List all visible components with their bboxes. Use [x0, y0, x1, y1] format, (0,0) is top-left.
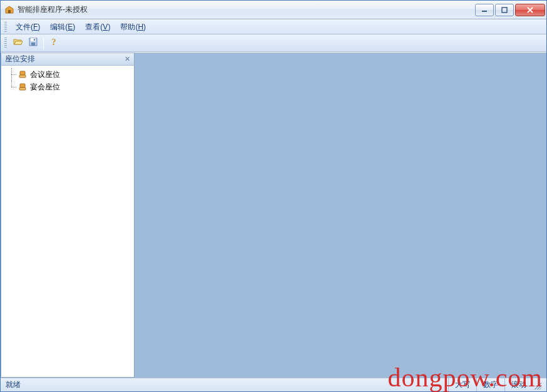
svg-rect-5 — [31, 43, 35, 46]
toolbar: ? — [1, 34, 546, 52]
seat-icon — [18, 69, 28, 79]
titlebar[interactable]: 智能排座程序-未授权 — [1, 1, 546, 19]
toolbar-grip[interactable] — [4, 38, 7, 49]
menu-view[interactable]: 查看(V) — [80, 20, 115, 34]
toolbar-separator — [43, 37, 44, 49]
help-icon: ? — [49, 37, 59, 49]
tree-connector — [6, 81, 18, 93]
application-window: 智能排座程序-未授权 文件(F) 编辑(E) 查看(V) 帮助(H) — [0, 0, 547, 392]
svg-rect-1 — [482, 11, 487, 12]
status-num: 数字 — [476, 378, 504, 391]
menubar-grip[interactable] — [4, 22, 7, 32]
panel-close-button[interactable]: ✕ — [123, 55, 131, 64]
svg-rect-11 — [19, 88, 26, 90]
folder-open-icon — [13, 37, 23, 49]
close-icon: ✕ — [125, 55, 130, 63]
seat-icon — [18, 82, 28, 92]
status-scroll: 滚动 — [504, 378, 533, 391]
tree-item-label: 宴会座位 — [30, 82, 60, 93]
status-caps: 大写 — [448, 378, 476, 391]
close-button[interactable] — [515, 4, 545, 16]
save-button[interactable] — [26, 36, 41, 50]
panel-header[interactable]: 座位安排 ✕ — [1, 53, 134, 66]
statusbar: 就绪 大写 数字 滚动 — [1, 378, 546, 391]
svg-rect-0 — [8, 10, 11, 13]
menu-edit[interactable]: 编辑(E) — [45, 20, 80, 34]
svg-rect-8 — [20, 71, 25, 75]
app-icon — [4, 5, 14, 15]
window-controls — [474, 4, 545, 16]
resize-grip[interactable] — [533, 381, 541, 389]
svg-rect-10 — [20, 84, 25, 88]
tree-item[interactable]: 会议座位 — [3, 68, 133, 81]
client-area: 座位安排 ✕ 会议座位 — [1, 52, 546, 378]
menubar: 文件(F) 编辑(E) 查看(V) 帮助(H) — [1, 19, 546, 34]
svg-rect-9 — [19, 75, 26, 78]
tree-item[interactable]: 宴会座位 — [3, 81, 133, 93]
tree-connector — [6, 68, 18, 81]
minimize-button[interactable] — [475, 4, 494, 16]
window-title: 智能排座程序-未授权 — [18, 4, 474, 15]
save-icon — [28, 37, 38, 49]
svg-text:?: ? — [52, 38, 56, 47]
open-button[interactable] — [11, 36, 26, 50]
help-button[interactable]: ? — [46, 36, 61, 50]
content-area — [137, 53, 546, 378]
side-panel: 座位安排 ✕ 会议座位 — [1, 53, 135, 378]
status-ready: 就绪 — [6, 379, 448, 390]
menu-file[interactable]: 文件(F) — [11, 20, 45, 34]
tree-view[interactable]: 会议座位 宴会座位 — [1, 66, 134, 377]
svg-rect-2 — [502, 8, 507, 13]
tree-item-label: 会议座位 — [30, 69, 60, 80]
maximize-button[interactable] — [495, 4, 514, 16]
svg-rect-6 — [34, 39, 35, 41]
menu-help[interactable]: 帮助(H) — [115, 20, 151, 34]
panel-title: 座位安排 — [5, 54, 123, 64]
